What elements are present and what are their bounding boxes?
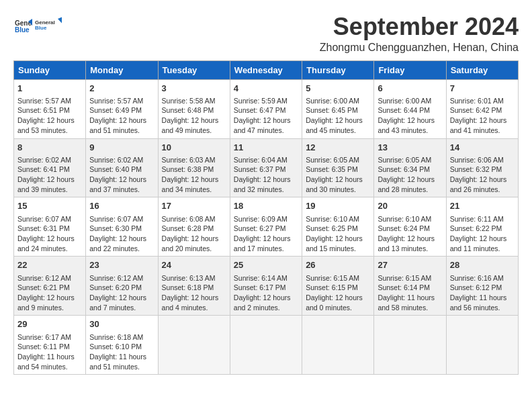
week-row-5: 29Sunrise: 6:17 AMSunset: 6:11 PMDayligh… (14, 316, 519, 375)
svg-marker-6 (58, 17, 62, 24)
sunrise-text: Sunrise: 6:07 AM (89, 214, 154, 224)
day-number: 11 (234, 142, 298, 154)
week-row-3: 15Sunrise: 6:07 AMSunset: 6:31 PMDayligh… (14, 197, 519, 257)
sunset-text: Sunset: 6:14 PM (378, 283, 442, 293)
svg-text:Blue: Blue (35, 25, 47, 31)
logo-graphic: General Blue (35, 13, 62, 38)
sunset-text: Sunset: 6:30 PM (89, 224, 154, 234)
sunrise-text: Sunrise: 6:01 AM (450, 96, 515, 106)
sunset-text: Sunset: 6:37 PM (234, 165, 298, 175)
sunset-text: Sunset: 6:18 PM (162, 283, 226, 293)
calendar-cell: 25Sunrise: 6:14 AMSunset: 6:17 PMDayligh… (230, 257, 302, 316)
sunrise-text: Sunrise: 6:12 AM (17, 273, 82, 283)
month-title: September 2024 (320, 13, 519, 40)
day-number: 20 (378, 200, 442, 212)
daylight-text: Daylight: 12 hours and 11 minutes. (450, 234, 515, 253)
day-number: 4 (234, 83, 298, 95)
svg-text:Blue: Blue (15, 26, 30, 34)
location-title: Zhongmu Chengguanzhen, Henan, China (320, 42, 519, 54)
daylight-text: Daylight: 12 hours and 39 minutes. (17, 175, 82, 194)
calendar-cell (374, 316, 446, 375)
sunset-text: Sunset: 6:24 PM (378, 224, 442, 234)
calendar-cell: 27Sunrise: 6:15 AMSunset: 6:14 PMDayligh… (374, 257, 446, 316)
sunset-text: Sunset: 6:21 PM (17, 283, 82, 293)
calendar-cell: 26Sunrise: 6:15 AMSunset: 6:15 PMDayligh… (302, 257, 374, 316)
col-header-tuesday: Tuesday (158, 60, 230, 79)
day-number: 30 (89, 318, 154, 330)
daylight-text: Daylight: 12 hours and 51 minutes. (89, 116, 154, 135)
calendar-cell: 14Sunrise: 6:06 AMSunset: 6:32 PMDayligh… (446, 138, 518, 197)
col-header-saturday: Saturday (446, 60, 518, 79)
daylight-text: Daylight: 12 hours and 4 minutes. (162, 293, 226, 312)
calendar-cell: 7Sunrise: 6:01 AMSunset: 6:42 PMDaylight… (446, 79, 518, 138)
sunrise-text: Sunrise: 6:13 AM (162, 273, 226, 283)
daylight-text: Daylight: 11 hours and 58 minutes. (378, 293, 442, 312)
sunrise-text: Sunrise: 6:11 AM (450, 214, 515, 224)
calendar-cell: 29Sunrise: 6:17 AMSunset: 6:11 PMDayligh… (14, 316, 86, 375)
day-number: 28 (450, 259, 515, 271)
daylight-text: Daylight: 11 hours and 56 minutes. (450, 293, 515, 312)
calendar-cell: 11Sunrise: 6:04 AMSunset: 6:37 PMDayligh… (230, 138, 302, 197)
sunset-text: Sunset: 6:42 PM (450, 105, 515, 116)
daylight-text: Daylight: 12 hours and 9 minutes. (17, 293, 82, 312)
sunrise-text: Sunrise: 6:09 AM (234, 214, 298, 224)
sunset-text: Sunset: 6:51 PM (17, 105, 82, 116)
day-number: 17 (162, 200, 226, 212)
day-number: 21 (450, 200, 515, 212)
sunset-text: Sunset: 6:40 PM (89, 165, 154, 175)
sunrise-text: Sunrise: 6:05 AM (306, 155, 370, 165)
daylight-text: Daylight: 12 hours and 17 minutes. (234, 234, 298, 253)
sunset-text: Sunset: 6:12 PM (450, 283, 515, 293)
calendar-cell: 10Sunrise: 6:03 AMSunset: 6:38 PMDayligh… (158, 138, 230, 197)
sunset-text: Sunset: 6:20 PM (89, 283, 154, 293)
col-header-sunday: Sunday (14, 60, 86, 79)
daylight-text: Daylight: 12 hours and 47 minutes. (234, 116, 298, 135)
sunrise-text: Sunrise: 6:18 AM (89, 332, 154, 342)
header-row: SundayMondayTuesdayWednesdayThursdayFrid… (14, 60, 519, 79)
day-number: 18 (234, 200, 298, 212)
calendar-cell: 1Sunrise: 5:57 AMSunset: 6:51 PMDaylight… (14, 79, 86, 138)
calendar-cell: 22Sunrise: 6:12 AMSunset: 6:21 PMDayligh… (14, 257, 86, 316)
sunrise-text: Sunrise: 6:10 AM (378, 214, 442, 224)
daylight-text: Daylight: 12 hours and 13 minutes. (378, 234, 442, 253)
daylight-text: Daylight: 12 hours and 24 minutes. (17, 234, 82, 253)
day-number: 3 (162, 83, 226, 95)
sunrise-text: Sunrise: 6:02 AM (17, 155, 82, 165)
sunrise-text: Sunrise: 6:15 AM (306, 273, 370, 283)
week-row-4: 22Sunrise: 6:12 AMSunset: 6:21 PMDayligh… (14, 257, 519, 316)
daylight-text: Daylight: 12 hours and 26 minutes. (450, 175, 515, 194)
week-row-2: 8Sunrise: 6:02 AMSunset: 6:41 PMDaylight… (14, 138, 519, 197)
sunset-text: Sunset: 6:47 PM (234, 105, 298, 116)
day-number: 12 (306, 142, 370, 154)
sunrise-text: Sunrise: 6:16 AM (450, 273, 515, 283)
calendar-cell: 6Sunrise: 6:00 AMSunset: 6:44 PMDaylight… (374, 79, 446, 138)
sunset-text: Sunset: 6:34 PM (378, 165, 442, 175)
sunset-text: Sunset: 6:10 PM (89, 342, 154, 352)
sunset-text: Sunset: 6:48 PM (162, 105, 226, 116)
calendar-cell (302, 316, 374, 375)
day-number: 29 (17, 318, 82, 330)
col-header-friday: Friday (374, 60, 446, 79)
week-row-1: 1Sunrise: 5:57 AMSunset: 6:51 PMDaylight… (14, 79, 519, 138)
sunrise-text: Sunrise: 6:06 AM (450, 155, 515, 165)
col-header-thursday: Thursday (302, 60, 374, 79)
calendar-cell: 21Sunrise: 6:11 AMSunset: 6:22 PMDayligh… (446, 197, 518, 257)
sunrise-text: Sunrise: 6:15 AM (378, 273, 442, 283)
daylight-text: Daylight: 12 hours and 37 minutes. (89, 175, 154, 194)
calendar-cell: 8Sunrise: 6:02 AMSunset: 6:41 PMDaylight… (14, 138, 86, 197)
day-number: 2 (89, 83, 154, 95)
day-number: 24 (162, 259, 226, 271)
calendar-cell (230, 316, 302, 375)
calendar-cell: 20Sunrise: 6:10 AMSunset: 6:24 PMDayligh… (374, 197, 446, 257)
calendar-cell: 4Sunrise: 5:59 AMSunset: 6:47 PMDaylight… (230, 79, 302, 138)
sunset-text: Sunset: 6:44 PM (378, 105, 442, 116)
calendar-cell: 12Sunrise: 6:05 AMSunset: 6:35 PMDayligh… (302, 138, 374, 197)
sunrise-text: Sunrise: 5:59 AM (234, 96, 298, 106)
daylight-text: Daylight: 12 hours and 45 minutes. (306, 116, 370, 135)
sunrise-text: Sunrise: 6:17 AM (17, 332, 82, 342)
calendar-cell (158, 316, 230, 375)
day-number: 9 (89, 142, 154, 154)
calendar-cell: 28Sunrise: 6:16 AMSunset: 6:12 PMDayligh… (446, 257, 518, 316)
logo-icon: General Blue (13, 16, 32, 35)
daylight-text: Daylight: 12 hours and 34 minutes. (162, 175, 226, 194)
